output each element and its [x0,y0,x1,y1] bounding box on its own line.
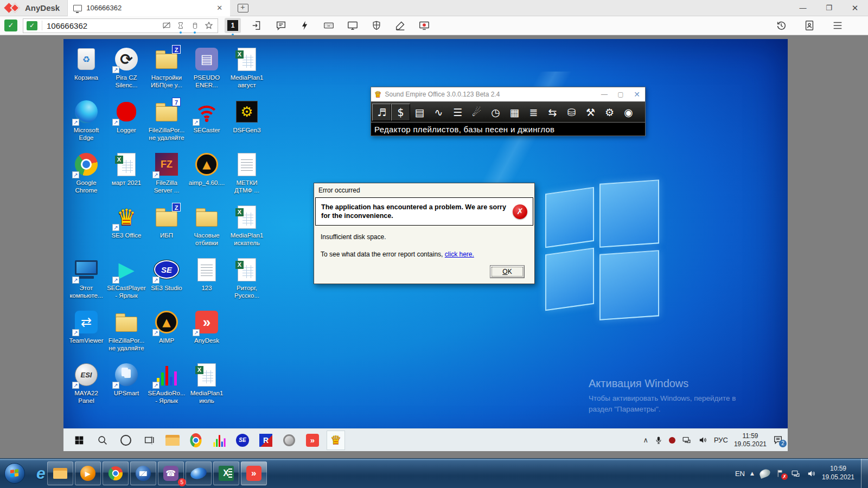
desktop-icon-filezillapor-folder-2[interactable]: FileZillaPor... не удаляйте [106,309,146,362]
display-settings-button[interactable] [345,18,360,33]
se-maximize-button[interactable]: ▢ [612,88,629,101]
host-taskbar-blue-app-button[interactable] [186,461,212,485]
desktop-icon-anydesk[interactable]: »↗AnyDesk [187,309,227,362]
taskbar-pira-sync-button[interactable] [280,431,298,450]
tab-close-icon[interactable]: ✕ [214,4,225,12]
chat-button[interactable] [273,18,289,33]
host-clock[interactable]: 10:5919.05.2021 [822,465,854,481]
se-tool-dollar-button[interactable]: $ [391,104,410,121]
desktop-icon-nastroyki-ibp[interactable]: ZНастройки ИБП(не у... [146,46,187,99]
desktop-icon-pira-cz-silence[interactable]: ⟳↗Pira CZ Silenc... [106,46,146,99]
host-swoosh-icon[interactable] [758,468,771,479]
taskbar-se3-studio-button[interactable]: SE [233,431,252,450]
taskbar-chrome-button[interactable] [187,431,205,450]
desktop-icon-recycle-bin[interactable]: ♻Корзина [66,46,106,99]
taskbar-sound-empire-office-button[interactable]: ♛ [327,431,345,450]
se-tool-waveform-button[interactable]: ∿ [429,104,448,121]
se-tool-database-button[interactable]: ⛁ [562,104,581,121]
clock[interactable]: 11:5919.05.2021 [734,432,767,448]
monitor-1-button[interactable]: 1 [225,18,241,33]
taskbar-search-button[interactable] [93,431,112,450]
record-session-button[interactable] [417,18,432,33]
tray-expand-icon[interactable]: ∧ [643,436,648,444]
desktop-icon-filezilla-server[interactable]: FZ↗FileZilla Server ... [146,151,187,204]
se-minimize-button[interactable]: — [596,88,612,101]
se-tool-music-notes-button[interactable]: ♬ [372,104,391,121]
se-tool-monitoring-eye-button[interactable]: ◉ [619,104,638,121]
host-taskbar-chrome-button[interactable] [103,461,129,485]
desktop-icon-google-chrome[interactable]: ↗Google Chrome [66,151,106,204]
desktop-icon-secastplayer[interactable]: ▶↗SECastPlayer - Ярлык [106,256,146,309]
taskbar-se-audio-router-button[interactable] [210,431,228,450]
desktop-icon-se3-studio[interactable]: SE↗SE3 Studio [146,256,187,309]
close-button[interactable]: ✕ [842,0,868,16]
desktop-icon-upsmart[interactable]: ↗UPSmart [106,362,146,414]
main-menu-icon[interactable] [830,18,845,33]
se-close-button[interactable]: ✕ [629,88,645,101]
desktop-icon-this-pc[interactable]: ↗Этот компьюте... [66,256,106,309]
taskbar-start-button[interactable] [70,431,88,450]
desktop-icon-mart-2021[interactable]: Xмарт 2021 [106,151,146,204]
whiteboard-button[interactable] [393,18,408,33]
desktop-icon-filezillapor-folder[interactable]: 7FileZillaPor... не удаляйте [146,99,187,151]
action-center-flag-icon[interactable]: ✗ [776,468,785,478]
se-tool-grid-button[interactable]: ▦ [505,104,524,121]
desktop-icon-ritorg-russko[interactable]: XРиторг, Русско... [227,256,267,309]
desktop-icon-metki-dtmf[interactable]: МЕТКИ ДТМФ ... [227,151,267,204]
se-tool-song-database-button[interactable]: ≣ [524,104,543,121]
taskbar-anydesk-button[interactable]: » [303,431,322,450]
se-tool-exchange-arrows-button[interactable]: ⇆ [543,104,562,121]
favorites-star-icon[interactable] [203,20,214,31]
se-tool-tools-button[interactable]: ⚒ [581,104,600,121]
desktop-icon-aimp-installer[interactable]: ▲aimp_4.60.... [187,151,227,204]
minimize-button[interactable]: — [790,0,816,16]
desktop-icon-aimp[interactable]: ▲↗AIMP [146,309,187,362]
desktop-icon-mediaplan1-avgust[interactable]: XMediaPlan1 август [227,46,267,99]
address-field[interactable]: ✓ 106666362 [23,18,218,33]
ok-button[interactable]: OK [490,265,525,278]
actions-button[interactable] [297,18,312,33]
se-tool-scheduler-clock-button[interactable]: ◷ [486,104,505,121]
restore-button[interactable]: ❐ [816,0,842,16]
keyboard-button[interactable] [321,18,336,33]
host-taskbar-excel-button[interactable]: X [213,461,239,485]
clipboard-icon[interactable] [189,20,200,31]
new-session-button[interactable] [238,4,248,12]
se-tool-settings-gear-button[interactable]: ⚙ [600,104,619,121]
desktop-icon-teamviewer[interactable]: ⇄↗TeamViewer [66,309,106,362]
taskbar-task-view-button[interactable] [140,431,158,450]
host-speaker-icon[interactable] [806,469,816,478]
host-taskbar-thunderbird-button[interactable] [130,461,156,485]
language-indicator[interactable]: РУС [714,436,728,444]
monitor-off-icon[interactable] [161,20,172,31]
taskbar-cortana-button[interactable] [117,431,135,450]
taskbar-r-app-button[interactable]: R [257,431,275,450]
click-here-link[interactable]: click here. [445,251,474,258]
sound-empire-titlebar[interactable]: ♛ Sound Empire Office 3.0.0.123 Beta 2.4… [371,87,645,101]
taskbar-file-explorer-button[interactable] [163,431,182,450]
desktop-icon-dsfgen3[interactable]: ⚙DSFGen3 [227,99,267,151]
desktop-icon-doc-123[interactable]: 123 [187,256,227,309]
desktop-icon-seaudiorouter[interactable]: ↗SEAudioRo... - Ярлык [146,362,187,414]
se-tool-playlist-button[interactable]: ☰ [448,104,467,121]
session-tab[interactable]: 106666362 ✕ [67,0,230,16]
desktop-icon-se3-office[interactable]: ♛↗SE3 Office [106,204,146,256]
host-tray-expand-icon[interactable]: ▲ [750,471,754,476]
host-taskbar-media-player-button[interactable]: ▶ [75,461,101,485]
hourglass-icon[interactable] [175,20,186,31]
desktop-icon-mediaplan1-iyul[interactable]: XMediaPlan1 июль [187,362,227,414]
speaker-icon[interactable] [698,435,708,445]
desktop-icon-microsoft-edge[interactable]: ↗Microsoft Edge [66,99,106,151]
host-taskbar-viber-button[interactable]: ☎5 [158,461,184,485]
desktop-icon-mediaplan1-iskatel[interactable]: XMediaPlan1 искатель [227,204,267,256]
desktop-icon-pseudo-ener[interactable]: ▤PSEUDO ENER... [187,46,227,99]
microphone-icon[interactable] [654,435,663,445]
host-network-icon[interactable] [790,469,801,478]
host-taskbar-file-explorer-button[interactable] [47,461,73,485]
se-tool-satellite-button[interactable]: ☄ [467,104,486,121]
network-icon[interactable] [681,435,692,445]
history-icon[interactable] [774,18,789,33]
desktop-icon-logger[interactable]: ↗Logger [106,99,146,151]
host-language-indicator[interactable]: EN [735,470,745,478]
desktop-icon-ibp-folder[interactable]: ZИБП [146,204,187,256]
